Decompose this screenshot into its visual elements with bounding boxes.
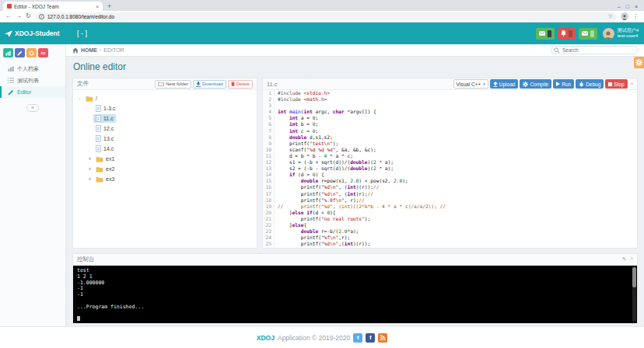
back-button[interactable]: ← bbox=[5, 13, 12, 19]
new-tab-button[interactable]: + bbox=[107, 2, 111, 11]
quick-button-chart[interactable] bbox=[3, 48, 13, 57]
new-folder-button[interactable]: New folder bbox=[155, 80, 191, 89]
tree-node-label[interactable]: 14.c bbox=[93, 144, 116, 153]
info-icon[interactable]: i bbox=[39, 14, 44, 19]
download-button[interactable]: Download bbox=[193, 80, 226, 89]
minimize-icon[interactable]: – bbox=[618, 4, 621, 9]
tree-row[interactable]: 14.c bbox=[75, 144, 255, 154]
code-line[interactable]: 9 printf("test\n"); bbox=[263, 141, 637, 147]
messages-button[interactable] bbox=[536, 28, 555, 40]
code-line[interactable]: 5 int a = 0; bbox=[263, 115, 637, 121]
code-line[interactable]: 25 printf("%d\n",(int)(r)); bbox=[263, 241, 637, 247]
sidebar-item-editor[interactable]: Editor bbox=[0, 86, 65, 98]
code-line[interactable]: 23 double r=-b/(2.0*a); bbox=[263, 228, 637, 235]
tree-row[interactable]: 12.c bbox=[75, 124, 255, 134]
tree-toggle[interactable]: + bbox=[86, 166, 93, 172]
compile-button[interactable]: Compile bbox=[520, 79, 551, 89]
tree-node-label[interactable]: 12.c bbox=[93, 124, 116, 133]
debug-button[interactable]: Debug bbox=[576, 79, 604, 89]
code-line[interactable]: 22 }else{ bbox=[263, 222, 637, 228]
code-line[interactable]: 12 s1 = (-b + sqrt(d))/(double)(2 * a); bbox=[263, 159, 637, 165]
code-line[interactable]: 18 printf("%.0f\n", r);// bbox=[263, 197, 637, 204]
code-line[interactable]: 21 printf("no real roots"); bbox=[263, 216, 637, 222]
mail-button[interactable] bbox=[579, 28, 597, 40]
editor-collapse-icon[interactable]: ^ bbox=[631, 82, 633, 87]
code-line[interactable]: 17 printf("%d\n", (int)r);// bbox=[263, 191, 637, 197]
tree-row[interactable]: 11.c bbox=[75, 113, 255, 124]
code-line[interactable]: 1#include <stdio.h> bbox=[263, 90, 637, 96]
code-line[interactable]: 20 }else if(d < 0){ bbox=[263, 210, 637, 216]
console-output[interactable]: test1 2 1-1.000000-1-1...Program finishe… bbox=[73, 266, 637, 323]
run-button[interactable]: Run bbox=[553, 79, 574, 89]
tab-close-icon[interactable]: × bbox=[96, 4, 99, 9]
window-close-icon[interactable]: × bbox=[635, 4, 638, 9]
browser-menu-icon[interactable]: ⋮ bbox=[632, 13, 639, 20]
brand[interactable]: XDOJ-Student bbox=[0, 30, 66, 37]
tree-node-label[interactable]: ex1 bbox=[93, 155, 117, 163]
twitter-icon[interactable]: t bbox=[353, 333, 362, 343]
stop-button[interactable]: Stop bbox=[605, 79, 627, 89]
quick-button-target[interactable] bbox=[26, 48, 37, 57]
profile-icon[interactable] bbox=[621, 12, 628, 20]
tree-node-label[interactable]: 1-3.c bbox=[93, 104, 118, 113]
scrollbar-thumb[interactable] bbox=[632, 267, 636, 287]
console-collapse-icon[interactable]: ^ bbox=[631, 256, 633, 263]
tree-row[interactable]: +ex1 bbox=[75, 154, 255, 164]
quick-button-edit[interactable] bbox=[15, 48, 25, 57]
forward-button[interactable]: → bbox=[16, 13, 22, 19]
tree-row[interactable]: 13.c bbox=[75, 134, 255, 144]
tree-toggle[interactable]: + bbox=[86, 156, 93, 162]
breadcrumb-home[interactable]: HOME bbox=[81, 47, 97, 53]
tree-node-label[interactable]: 13.c bbox=[93, 134, 116, 143]
rss-icon[interactable] bbox=[378, 333, 387, 343]
tree-row[interactable]: +ex2 bbox=[75, 164, 255, 174]
upload-button[interactable]: Upload bbox=[490, 79, 519, 89]
code-line[interactable]: 2#include <math.h> bbox=[263, 96, 637, 103]
tree-row[interactable]: +ex3 bbox=[75, 174, 255, 184]
tree-toggle[interactable]: + bbox=[86, 176, 93, 182]
tree-node-label[interactable]: / bbox=[83, 95, 100, 103]
delete-button[interactable]: Delete bbox=[228, 80, 253, 89]
maximize-icon[interactable]: □ bbox=[626, 4, 629, 9]
code-line[interactable]: 6 int b = 0; bbox=[263, 121, 637, 127]
code-line[interactable]: 3 bbox=[263, 103, 637, 109]
sidebar-collapse-button[interactable]: « bbox=[26, 104, 39, 112]
sidebar-item-tests[interactable]: 测试列表 bbox=[0, 75, 65, 86]
facebook-icon[interactable]: f bbox=[366, 333, 375, 343]
user-avatar[interactable] bbox=[603, 28, 614, 40]
code-line[interactable]: 15 double r=pow(s1, 2.0) + pow(s2, 2.0); bbox=[263, 178, 637, 184]
tree-toggle[interactable]: - bbox=[76, 96, 83, 101]
user-menu[interactable]: 测试用户4 test-user4 bbox=[618, 28, 639, 39]
quick-button-cc[interactable]: cc bbox=[38, 48, 48, 57]
search-input[interactable] bbox=[551, 46, 638, 54]
sidebar-quick-buttons: cc bbox=[0, 44, 65, 60]
code-line[interactable]: 11 d = b * b - 4 * a * c; bbox=[263, 153, 637, 159]
settings-button[interactable] bbox=[634, 57, 644, 68]
console-scrollbar[interactable] bbox=[632, 267, 636, 322]
url-bar[interactable]: i 127.0.0.1:8080/team/editor.do ☆ bbox=[35, 12, 617, 21]
console-line: test bbox=[77, 268, 629, 274]
tree-row[interactable]: -/ bbox=[75, 93, 255, 103]
code-line[interactable]: 24 printf("%f\n",r); bbox=[263, 235, 637, 241]
code-line[interactable]: 4int main(int argc, char *argv[]) { bbox=[263, 109, 637, 115]
code-editor[interactable]: 1#include <stdio.h>2#include <math.h>34i… bbox=[263, 90, 637, 248]
reload-button[interactable]: ↻ bbox=[26, 13, 31, 19]
language-select[interactable]: Visual C++ ▾ bbox=[453, 79, 488, 89]
tree-row[interactable]: 1-3.c bbox=[75, 103, 255, 113]
code-line[interactable]: 7 int c = 0; bbox=[263, 128, 637, 134]
code-line[interactable]: 14 if (d > 0) { bbox=[263, 172, 637, 178]
code-line[interactable]: 16 printf("%d\n", (int)(r));// bbox=[263, 184, 637, 190]
code-line[interactable]: 10 scanf("%d %d %d", &a, &b, &c); bbox=[263, 147, 637, 153]
edit-icon[interactable]: ✎ bbox=[622, 256, 627, 263]
line-number: 15 bbox=[263, 178, 275, 184]
notifications-button[interactable] bbox=[558, 28, 576, 40]
sidebar-item-profile[interactable]: 个人档案 bbox=[0, 63, 65, 75]
tree-node-label[interactable]: ex2 bbox=[93, 165, 117, 173]
code-line[interactable]: 19// printf("%d", (int)((2*b*b - 4 * a *… bbox=[263, 204, 637, 210]
browser-tab[interactable]: Editor - XDOJ Team × bbox=[3, 2, 103, 11]
tree-node-label[interactable]: 11.c bbox=[93, 114, 116, 123]
bookmark-star-icon[interactable]: ☆ bbox=[608, 13, 613, 19]
code-line[interactable]: 13 s2 = (-b - sqrt(d))/(double)(2 * a); bbox=[263, 165, 637, 172]
tree-node-label[interactable]: ex3 bbox=[93, 176, 117, 183]
code-line[interactable]: 8 double d,s1,s2; bbox=[263, 134, 637, 141]
